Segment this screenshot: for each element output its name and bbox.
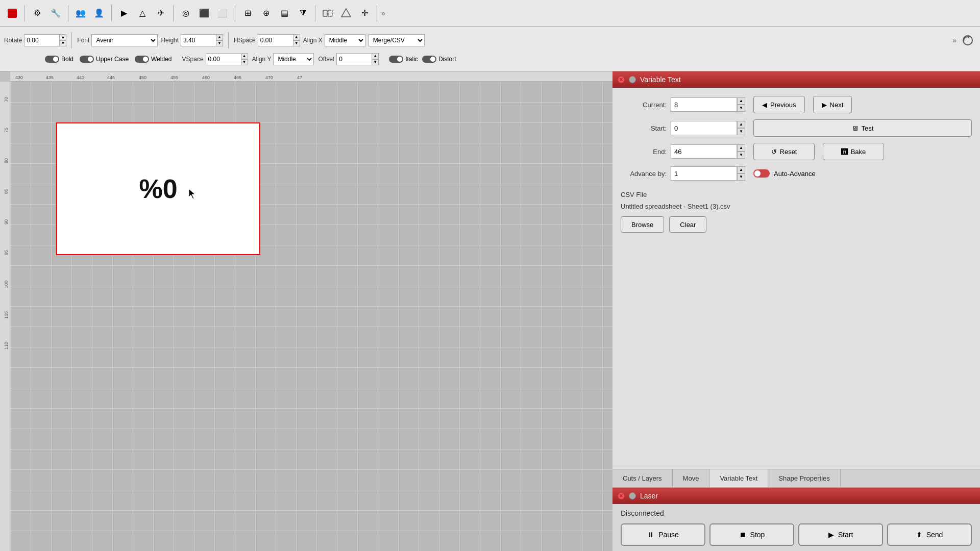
welded-toggle[interactable] (135, 56, 149, 63)
snap-icon[interactable]: ⊕ (258, 5, 274, 21)
flip-icon[interactable] (338, 5, 354, 21)
height-up[interactable]: ▲ (216, 34, 223, 40)
send-laser-button[interactable]: ⬆ Send (887, 523, 972, 546)
variable-text-close-btn[interactable]: ✕ (618, 76, 625, 83)
offset-input[interactable] (336, 53, 372, 65)
variable-text-min-btn[interactable] (629, 76, 636, 83)
ruler-tick-430: 430 (15, 75, 23, 80)
top-toolbar: ⚙ 🔧 👥 👤 ▶ △ ✈ ◎ ⬛ ⬜ ⊞ ⊕ ▤ ⧩ ✛ » (0, 0, 980, 27)
single-user-icon[interactable]: 👤 (91, 5, 107, 21)
height-down[interactable]: ▼ (216, 40, 223, 46)
text-object-rect[interactable]: %0 (56, 122, 260, 255)
hspace-down[interactable]: ▼ (293, 40, 300, 46)
stop-button[interactable]: ⏹ Stop (709, 523, 794, 546)
reset-icon: ↺ (771, 148, 777, 156)
height-label: Height (161, 37, 179, 44)
canvas-content[interactable]: %0 (10, 82, 612, 551)
rotate-down[interactable]: ▼ (59, 40, 66, 46)
triangle-icon[interactable]: △ (134, 5, 151, 21)
toolbar-expand-right-2[interactable]: » (952, 36, 957, 44)
app-icon[interactable] (4, 5, 20, 21)
main-area: 430 435 440 445 450 455 460 465 470 47 7… (0, 71, 980, 551)
merge-csv-group: Merge/CSV (369, 34, 425, 46)
tab-cuts-layers[interactable]: Cuts / Layers (612, 469, 673, 487)
target-icon[interactable]: ◎ (178, 5, 194, 21)
ruler-tick-460: 460 (202, 75, 210, 80)
test-button[interactable]: 🖥 Test (753, 119, 972, 137)
bake-button[interactable]: 🅰 Bake (823, 143, 884, 160)
settings-icon[interactable]: ⚙ (29, 5, 45, 21)
align-x-select[interactable]: Middle (325, 34, 365, 46)
clear-button[interactable]: Clear (669, 216, 706, 233)
current-input[interactable] (671, 97, 737, 112)
pause-button[interactable]: ⏸ Pause (621, 523, 705, 546)
previous-arrow-icon: ◀ (762, 101, 767, 109)
toolbar-expand-right[interactable]: » (381, 9, 385, 17)
end-down-btn[interactable]: ▼ (737, 152, 745, 159)
send-icon[interactable]: ✈ (153, 5, 169, 21)
vspace-down[interactable]: ▼ (241, 59, 248, 65)
align-icon[interactable]: ⬛ (196, 5, 212, 21)
pause-icon: ⏸ (647, 531, 654, 539)
tab-shape-properties[interactable]: Shape Properties (768, 469, 840, 487)
start-input[interactable] (671, 121, 737, 135)
hspace-input[interactable] (258, 34, 293, 46)
canvas-area[interactable]: 430 435 440 445 450 455 460 465 470 47 7… (0, 71, 612, 551)
font-select[interactable]: Avenir (91, 34, 158, 46)
layout-icon[interactable]: ▤ (276, 5, 292, 21)
next-button[interactable]: ▶ Next (813, 96, 852, 113)
height-group: Height ▲ ▼ (161, 34, 223, 46)
monitor-icon: 🖥 (852, 124, 859, 132)
node-icon[interactable]: ⧩ (295, 5, 311, 21)
previous-button[interactable]: ◀ Previous (753, 96, 805, 113)
mirror-h-icon[interactable] (320, 5, 336, 21)
end-up-btn[interactable]: ▲ (737, 144, 745, 152)
grid-icon[interactable]: ⊞ (239, 5, 256, 21)
align-y-select[interactable]: Middle (273, 53, 314, 65)
start-down-btn[interactable]: ▼ (737, 128, 745, 135)
merge-csv-select[interactable]: Merge/CSV (369, 34, 425, 46)
group-users-icon[interactable]: 👥 (72, 5, 89, 21)
height-input[interactable] (181, 34, 216, 46)
ruler-left-80: 80 (4, 158, 9, 163)
rotate-up[interactable]: ▲ (59, 34, 66, 40)
advance-down-btn[interactable]: ▼ (737, 173, 745, 181)
auto-advance-toggle[interactable] (753, 169, 770, 178)
italic-toggle[interactable] (389, 56, 403, 63)
rotate-input[interactable] (24, 34, 60, 46)
vspace-label: VSpace (182, 56, 204, 63)
upper-case-toggle[interactable] (80, 56, 94, 63)
reset-button[interactable]: ↺ Reset (753, 143, 815, 160)
laser-min-btn[interactable] (629, 492, 636, 499)
toolbar-separator-3 (111, 5, 112, 21)
start-button[interactable]: ▶ Start (798, 523, 883, 546)
toolbar-separator-7 (377, 5, 377, 21)
current-up-btn[interactable]: ▲ (737, 97, 745, 105)
text-toolbar: Rotate ▲ ▼ Font Avenir Height ▲ ▼ HSpace (0, 27, 980, 71)
play-icon[interactable]: ▶ (116, 5, 132, 21)
current-down-btn[interactable]: ▼ (737, 105, 745, 112)
advance-by-input[interactable] (671, 166, 737, 181)
distort-toggle[interactable] (422, 56, 436, 63)
hspace-up[interactable]: ▲ (293, 34, 300, 40)
vspace-input[interactable] (206, 53, 241, 65)
vspace-up[interactable]: ▲ (241, 53, 248, 59)
rotate-group: Rotate ▲ ▼ (4, 34, 66, 46)
distribute-icon[interactable]: ⬜ (214, 5, 231, 21)
crosshair-icon[interactable]: ✛ (356, 5, 373, 21)
browse-button[interactable]: Browse (621, 216, 664, 233)
offset-down[interactable]: ▼ (372, 59, 379, 65)
variable-text-title: Variable Text (640, 76, 681, 84)
tab-variable-text[interactable]: Variable Text (709, 469, 768, 487)
laser-status: Disconnected (621, 509, 972, 517)
end-input[interactable] (671, 144, 737, 159)
offset-up[interactable]: ▲ (372, 53, 379, 59)
advance-up-btn[interactable]: ▲ (737, 166, 745, 173)
tab-move[interactable]: Move (673, 469, 710, 487)
font-group: Font Avenir (77, 34, 158, 46)
tools-icon[interactable]: 🔧 (47, 5, 64, 21)
refresh-icon[interactable] (960, 32, 976, 48)
laser-close-btn[interactable]: ✕ (618, 492, 625, 499)
start-up-btn[interactable]: ▲ (737, 121, 745, 128)
bold-toggle[interactable] (45, 56, 59, 63)
